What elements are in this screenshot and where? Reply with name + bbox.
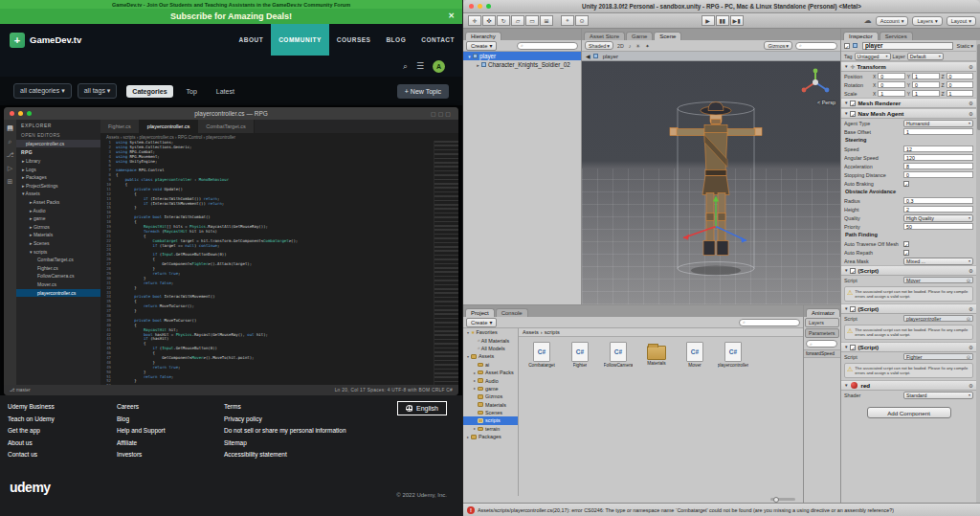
explorer-item[interactable]: ▸ Asset Packs	[16, 198, 100, 207]
explorer-item[interactable]: Mover.cs	[16, 280, 100, 289]
zoom-button[interactable]	[27, 111, 32, 116]
explorer-item[interactable]: ▸ Scenes	[16, 239, 100, 248]
pivot-toggle[interactable]: ⌖	[561, 15, 574, 26]
animator-layers-tab[interactable]: Layers	[805, 318, 839, 327]
code-area[interactable]: 1234567891011121314151617181920212223242…	[100, 141, 434, 385]
git-branch-label[interactable]: master	[16, 388, 31, 393]
persp-label[interactable]: < Persp	[817, 100, 835, 105]
nav-item-blog[interactable]: BLOG	[378, 24, 413, 56]
footer-link[interactable]: Terms	[224, 403, 348, 411]
forum-notice-bar[interactable]: GameDev.tv - Join Our Students and Teach…	[0, 0, 462, 9]
project-tree-item[interactable]: ▸Audio	[463, 376, 518, 384]
component-header[interactable]: ▼✓Nav Mesh Agent⚙	[841, 108, 976, 119]
explorer-item[interactable]: CombatTarget.cs	[16, 256, 100, 264]
explorer-item[interactable]: ▸ Gizmos	[16, 223, 100, 232]
hierarchy-item[interactable]: ▸Character_Knights_Soldier_02	[463, 60, 581, 69]
footer-link[interactable]: Udemy Business	[8, 403, 96, 411]
tag-dropdown[interactable]: Untagged▾	[855, 53, 891, 60]
footer-link[interactable]: Investors	[117, 451, 203, 459]
minimap[interactable]	[434, 141, 458, 385]
tab-h ierarchy[interactable]: Hierarchy	[465, 32, 501, 40]
animator-parameters-tab[interactable]: Parameters	[805, 328, 839, 338]
project-search-input[interactable]: ⌕	[739, 319, 800, 326]
component-enabled-checkbox[interactable]: ✓	[850, 111, 856, 117]
dropdown[interactable]: Humanoid▾	[903, 120, 973, 127]
gear-icon[interactable]: ⚙	[969, 345, 973, 350]
asset-followcamera[interactable]: C#FollowCamera	[601, 342, 635, 368]
scrollbar-thumb[interactable]	[977, 44, 980, 130]
rect-tool-icon[interactable]: ▭	[525, 15, 539, 26]
project-tree-item[interactable]: Materials	[463, 401, 518, 409]
open-editor-item[interactable]: playercontroller.cs	[16, 140, 100, 147]
x-field[interactable]: 1	[878, 90, 904, 97]
gear-icon[interactable]: ⚙	[969, 383, 973, 389]
tags-dropdown[interactable]: all tags ▾	[78, 83, 118, 99]
breadcrumb-scripts[interactable]: scripts	[545, 329, 560, 335]
gameobject-name-field[interactable]: player	[862, 42, 953, 50]
asset-playercontroller[interactable]: C#playercontroller	[716, 342, 750, 368]
gear-icon[interactable]: ⚙	[969, 111, 973, 117]
gear-icon[interactable]: ⚙	[969, 268, 973, 274]
scene-search-input[interactable]: ⌕	[795, 42, 837, 50]
hamburger-menu-icon[interactable]: ☰	[416, 61, 424, 71]
nav-item-about[interactable]: ABOUT	[232, 24, 272, 56]
explorer-item[interactable]: ▾ scripts	[16, 248, 100, 257]
tab-inspector[interactable]: Inspector	[843, 32, 879, 40]
gizmos-dropdown[interactable]: Gizmos▾	[764, 41, 792, 50]
gear-icon[interactable]: ⚙	[969, 64, 973, 70]
explorer-item[interactable]: ▸ game	[16, 214, 100, 223]
workspace-root[interactable]: RPG	[16, 147, 100, 157]
project-tree-item[interactable]: ⌕All Materials	[463, 336, 518, 344]
value-field[interactable]: 12	[903, 146, 973, 152]
project-tree-item[interactable]: ⌕All Models	[463, 345, 518, 352]
project-tree-item[interactable]: scripts	[463, 416, 518, 424]
value-field[interactable]: 1	[903, 128, 973, 135]
script-object-field[interactable]: Mover⊙	[903, 277, 973, 283]
shader-dropdown[interactable]: Standard▾	[903, 392, 973, 399]
y-field[interactable]: 1	[912, 90, 939, 97]
script-object-field[interactable]: playercontroller⊙	[903, 315, 973, 322]
shaded-dropdown[interactable]: Shaded▾	[585, 41, 613, 50]
animator-parameter[interactable]: forwardSpeed	[804, 349, 840, 358]
explorer-item[interactable]: ▸ Logs	[16, 166, 100, 174]
create-button[interactable]: Create▾	[466, 41, 497, 51]
component-enabled-checkbox[interactable]: ✓	[850, 268, 856, 274]
tab-project[interactable]: Project	[465, 308, 495, 317]
rotate-tool-icon[interactable]: ↻	[497, 15, 510, 26]
move-tool-icon[interactable]: ✜	[482, 15, 496, 26]
explorer-item[interactable]: ▸ Library	[16, 157, 100, 166]
brand[interactable]: + GameDev.tv	[10, 24, 81, 56]
add-component-button[interactable]: Add Component	[867, 407, 951, 418]
gear-icon[interactable]: ⚙	[969, 101, 973, 106]
static-toggle[interactable]: Static▾	[956, 43, 973, 49]
explorer-item[interactable]: ▸ Audio	[16, 207, 100, 215]
project-tree-item[interactable]: Gizmos	[463, 393, 518, 400]
lighting-toggle-icon[interactable]: ☀	[635, 43, 641, 49]
editor-tab[interactable]: CombatTarget.cs	[198, 120, 255, 133]
scene-viewport[interactable]: < Persp	[582, 61, 840, 304]
y-field[interactable]: 1	[912, 73, 939, 79]
z-field[interactable]: 0	[947, 73, 973, 79]
play-button[interactable]: ▶	[702, 15, 715, 26]
project-tree-item[interactable]: ▾Assets	[463, 352, 518, 360]
statusbar-info[interactable]: Ln 20, Col 17 Spaces: 4 UTF-8 with BOM C…	[335, 388, 453, 393]
layout-dropdown[interactable]: Layout▾	[947, 16, 976, 26]
component-header[interactable]: ▼✓(Script)⚙	[841, 342, 976, 352]
filter-tab-categories[interactable]: Categories	[126, 85, 172, 98]
project-tree-item[interactable]: ai	[463, 361, 518, 369]
x-field[interactable]: 0	[878, 73, 904, 79]
categories-dropdown[interactable]: all categories ▾	[13, 83, 72, 99]
pause-button[interactable]: ▮▮	[716, 15, 729, 26]
close-button[interactable]	[469, 4, 474, 9]
source-control-icon[interactable]: ⎇	[6, 151, 13, 159]
transform-tool-icon[interactable]: ⊞	[540, 15, 553, 26]
project-tree-item[interactable]: Scenes	[463, 409, 518, 416]
footer-link[interactable]: Contact us	[8, 451, 96, 459]
y-field[interactable]: 0	[912, 81, 939, 88]
footer-link[interactable]: Accessibility statement	[224, 451, 348, 459]
hand-tool-icon[interactable]: ✛	[468, 15, 481, 26]
explorer-item[interactable]: ▸ ProjectSettings	[16, 182, 100, 191]
step-button[interactable]: ▶▮	[730, 15, 744, 26]
footer-link[interactable]: Careers	[117, 403, 203, 411]
checkbox[interactable]: ✓	[903, 250, 909, 256]
